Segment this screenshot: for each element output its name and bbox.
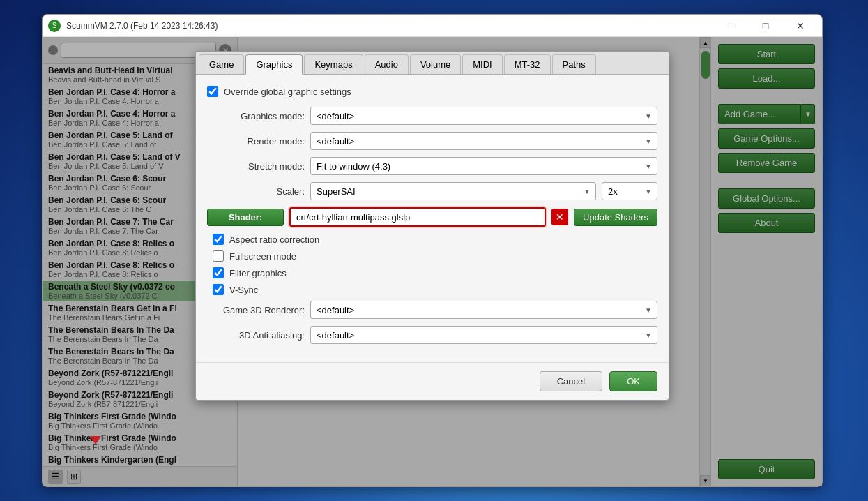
title-bar: S ScummVM 2.7.0 (Feb 14 2023 14:26:43) —…	[43, 15, 822, 37]
main-window: S ScummVM 2.7.0 (Feb 14 2023 14:26:43) —…	[42, 14, 823, 487]
dialog-footer: Cancel OK	[196, 362, 669, 400]
app-icon: S	[48, 20, 61, 32]
filter-graphics-row: Filter graphics	[207, 267, 657, 278]
graphics-mode-select-wrapper: <default>	[310, 107, 657, 125]
filter-graphics-checkbox[interactable]	[213, 267, 224, 278]
tab-midi[interactable]: MIDI	[462, 54, 502, 74]
fullscreen-checkbox[interactable]	[213, 250, 224, 262]
maximize-button[interactable]: □	[749, 15, 782, 37]
ok-button[interactable]: OK	[609, 371, 657, 391]
window-title: ScummVM 2.7.0 (Feb 14 2023 14:26:43)	[66, 21, 715, 31]
content-area: ScummVM ✕ Beavis and Butt-Head in Virtua…	[43, 37, 822, 486]
stretch-mode-select[interactable]: Fit to window (4:3)	[310, 157, 657, 175]
anti-aliasing-select[interactable]: <default>	[310, 326, 657, 344]
game-3d-renderer-label: Game 3D Renderer:	[207, 305, 305, 315]
close-button[interactable]: ✕	[784, 15, 816, 37]
aspect-ratio-label: Aspect ratio correction	[229, 234, 319, 245]
dialog-body: Override global graphic settings Graphic…	[196, 75, 669, 362]
cursor-arrow	[90, 436, 101, 444]
game-3d-renderer-row: Game 3D Renderer: <default>	[207, 301, 657, 319]
stretch-mode-select-wrapper: Fit to window (4:3)	[310, 157, 657, 175]
graphics-mode-select[interactable]: <default>	[310, 107, 657, 125]
aspect-ratio-checkbox[interactable]	[213, 234, 224, 245]
graphics-mode-label: Graphics mode:	[207, 111, 305, 121]
render-mode-select[interactable]: <default>	[310, 132, 657, 150]
scaler-row: Scaler: SuperSAI 2x	[207, 182, 657, 200]
fullscreen-label: Fullscreen mode	[229, 251, 296, 262]
anti-aliasing-select-wrapper: <default>	[310, 326, 657, 344]
scaler-multiplier-wrapper: 2x	[602, 182, 657, 200]
anti-aliasing-row: 3D Anti-aliasing: <default>	[207, 326, 657, 344]
scaler-select[interactable]: SuperSAI	[310, 182, 596, 200]
game-3d-renderer-select-wrapper: <default>	[310, 301, 657, 319]
render-mode-label: Render mode:	[207, 136, 305, 147]
graphics-mode-row: Graphics mode: <default>	[207, 107, 657, 125]
scaler-multiplier-select[interactable]: 2x	[602, 182, 657, 200]
stretch-mode-label: Stretch mode:	[207, 161, 305, 172]
scaler-select-wrapper: SuperSAI	[310, 182, 596, 200]
vsync-row: V-Sync	[207, 284, 657, 295]
dialog-tabs: Game Graphics Keymaps Audio Volume	[196, 52, 669, 75]
shader-clear-button[interactable]: ✕	[551, 209, 568, 225]
update-shaders-button[interactable]: Update Shaders	[574, 209, 657, 226]
vsync-checkbox[interactable]	[213, 284, 224, 295]
filter-graphics-label: Filter graphics	[229, 268, 287, 278]
game-settings-dialog: Game Graphics Keymaps Audio Volume	[195, 51, 669, 401]
tab-mt32[interactable]: MT-32	[504, 54, 551, 74]
override-row: Override global graphic settings	[207, 86, 657, 97]
override-label: Override global graphic settings	[224, 87, 351, 97]
stretch-mode-row: Stretch mode: Fit to window (4:3)	[207, 157, 657, 175]
game-3d-renderer-select[interactable]: <default>	[310, 301, 657, 319]
shader-input[interactable]: crt/crt-hyllian-multipass.glslp	[289, 207, 546, 227]
dialog-overlay: Game Graphics Keymaps Audio Volume	[43, 37, 822, 486]
shader-value: crt/crt-hyllian-multipass.glslp	[296, 212, 410, 223]
tab-paths[interactable]: Paths	[552, 54, 596, 74]
anti-aliasing-label: 3D Anti-aliasing:	[207, 330, 305, 341]
tab-game[interactable]: Game	[199, 54, 244, 74]
render-mode-select-wrapper: <default>	[310, 132, 657, 150]
tab-volume[interactable]: Volume	[410, 54, 461, 74]
window-controls: — □ ✕	[715, 15, 816, 37]
render-mode-row: Render mode: <default>	[207, 132, 657, 150]
aspect-ratio-row: Aspect ratio correction	[207, 234, 657, 245]
shader-button[interactable]: Shader:	[207, 209, 284, 226]
vsync-label: V-Sync	[229, 285, 258, 295]
scaler-label: Scaler:	[207, 186, 305, 197]
tab-audio[interactable]: Audio	[365, 54, 409, 74]
minimize-button[interactable]: —	[715, 15, 747, 37]
shader-row: Shader: crt/crt-hyllian-multipass.glslp …	[207, 207, 657, 227]
tab-keymaps[interactable]: Keymaps	[304, 54, 363, 74]
override-checkbox[interactable]	[207, 86, 218, 97]
cancel-button[interactable]: Cancel	[540, 371, 602, 391]
tab-graphics[interactable]: Graphics	[245, 54, 303, 75]
fullscreen-row: Fullscreen mode	[207, 250, 657, 262]
